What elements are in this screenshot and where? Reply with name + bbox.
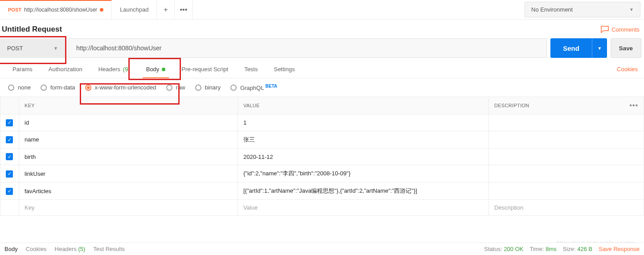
tab-body-label: Body	[146, 66, 160, 73]
new-value-input[interactable]: Value	[238, 200, 488, 216]
request-tabs: Params Authorization Headers (9) Body Pr…	[0, 61, 644, 78]
body-type-binary[interactable]: binary	[195, 84, 221, 91]
radio-icon	[8, 85, 14, 91]
description-cell[interactable]	[489, 165, 644, 182]
key-cell[interactable]: name	[19, 131, 238, 148]
topbar: POST http://localhost:8080/showUser Laun…	[0, 0, 644, 20]
radio-label: none	[18, 84, 31, 91]
table-row: ✓birth2020-11-12	[0, 148, 644, 165]
table-row: ✓id1	[0, 114, 644, 131]
tab-more-button[interactable]: •••	[175, 0, 193, 19]
headers-count: (9)	[123, 66, 130, 73]
radio-icon	[230, 85, 237, 91]
tab-launchpad[interactable]: Launchpad	[112, 0, 157, 19]
body-type-none[interactable]: none	[8, 84, 31, 91]
key-cell[interactable]: birth	[19, 148, 238, 165]
tabs-row: POST http://localhost:8080/showUser Laun…	[0, 0, 521, 19]
row-checkbox[interactable]: ✓	[6, 136, 13, 143]
row-checkbox[interactable]: ✓	[6, 188, 13, 195]
radio-icon	[166, 85, 172, 91]
send-button[interactable]: Send	[550, 38, 592, 58]
method-select[interactable]: POST ▼	[0, 38, 65, 58]
new-description-input[interactable]: Description	[489, 200, 644, 216]
table-row: ✓favArticles[{"artId":1,"artName":"Java编…	[0, 182, 644, 200]
value-cell[interactable]: 张三	[238, 131, 488, 148]
send-dropdown-button[interactable]: ▼	[592, 38, 607, 58]
tab-prerequest[interactable]: Pre-request Script	[173, 61, 236, 78]
radio-icon	[41, 85, 47, 91]
radio-icon	[85, 85, 91, 91]
url-input[interactable]	[69, 38, 547, 58]
body-type-raw[interactable]: raw	[166, 84, 185, 91]
beta-badge: BETA	[266, 84, 277, 89]
tab-headers[interactable]: Headers (9)	[90, 61, 138, 78]
key-cell[interactable]: linkUser	[19, 165, 238, 182]
tab-tests[interactable]: Tests	[236, 61, 266, 78]
radio-label: binary	[205, 84, 221, 91]
cookies-link[interactable]: Cookies	[617, 66, 640, 73]
tab-authorization[interactable]: Authorization	[41, 61, 90, 78]
tab-method-label: POST	[8, 7, 21, 12]
key-cell[interactable]: id	[19, 114, 238, 131]
environment-label: No Environment	[531, 6, 573, 13]
body-type-urlencoded[interactable]: x-www-form-urlencoded	[85, 84, 156, 91]
value-cell[interactable]: 2020-11-12	[238, 148, 488, 165]
tab-url-label: http://localhost:8080/showUser	[24, 7, 97, 13]
table-row: ✓linkUser{"id":2,"name":"李四","birth":"20…	[0, 165, 644, 182]
radio-label: raw	[176, 84, 185, 91]
new-key-input[interactable]: Key	[19, 200, 238, 216]
description-cell[interactable]	[489, 148, 644, 165]
send-button-group: Send ▼	[550, 38, 607, 58]
body-type-row: none form-data x-www-form-urlencoded raw…	[0, 78, 644, 97]
row-checkbox[interactable]: ✓	[6, 119, 13, 126]
value-cell[interactable]: {"id":2,"name":"李四","birth":"2008-10-09"…	[238, 165, 488, 182]
tab-headers-label: Headers	[98, 66, 120, 73]
unsaved-dot-icon	[100, 8, 103, 12]
request-row: POST ▼ Send ▼ Save	[0, 38, 644, 61]
chevron-down-icon: ▼	[53, 46, 58, 51]
tab-params[interactable]: Params	[4, 61, 41, 78]
comment-icon	[601, 26, 609, 33]
header-description-label: DESCRIPTION	[494, 103, 529, 108]
description-cell[interactable]	[489, 131, 644, 148]
comments-label: Comments	[611, 26, 640, 33]
radio-label: x-www-form-urlencoded	[95, 84, 156, 91]
tab-settings[interactable]: Settings	[266, 61, 303, 78]
key-cell[interactable]: favArticles	[19, 182, 238, 200]
new-tab-button[interactable]: +	[157, 0, 175, 19]
body-type-graphql[interactable]: GraphQL BETA	[230, 84, 277, 91]
body-type-form-data[interactable]: form-data	[41, 84, 75, 91]
radio-icon	[195, 85, 201, 91]
radio-label: GraphQL	[240, 85, 264, 91]
comments-button[interactable]: Comments	[601, 26, 640, 33]
header-value: VALUE	[238, 97, 488, 114]
request-title: Untitled Request	[2, 25, 62, 34]
environment-select[interactable]: No Environment ▼	[525, 2, 640, 17]
header-key: KEY	[19, 97, 238, 114]
method-value: POST	[7, 45, 23, 52]
value-cell[interactable]: 1	[238, 114, 488, 131]
radio-label: form-data	[50, 84, 75, 91]
chevron-down-icon: ▼	[597, 46, 602, 51]
row-checkbox[interactable]: ✓	[6, 170, 13, 178]
tab-label: Launchpad	[120, 6, 148, 13]
chevron-down-icon: ▼	[629, 7, 634, 12]
table-row: ✓name张三	[0, 131, 644, 148]
header-description: DESCRIPTION •••	[489, 97, 644, 114]
body-active-dot-icon	[162, 68, 165, 71]
kv-new-row[interactable]: Key Value Description	[0, 200, 644, 216]
description-cell[interactable]	[489, 114, 644, 131]
columns-more-button[interactable]: •••	[629, 101, 638, 109]
row-checkbox[interactable]: ✓	[6, 153, 13, 160]
save-button[interactable]: Save	[611, 38, 641, 58]
tab-request[interactable]: POST http://localhost:8080/showUser	[0, 0, 112, 19]
tab-body[interactable]: Body	[138, 61, 174, 78]
kv-table: KEY VALUE DESCRIPTION ••• ✓id1✓name张三✓bi…	[0, 97, 644, 216]
value-cell[interactable]: [{"artId":1,"artName":"Java编程思想"},{"artI…	[238, 182, 488, 200]
description-cell[interactable]	[489, 182, 644, 200]
header-checkbox-col	[0, 97, 19, 114]
title-row: Untitled Request Comments	[0, 20, 644, 38]
